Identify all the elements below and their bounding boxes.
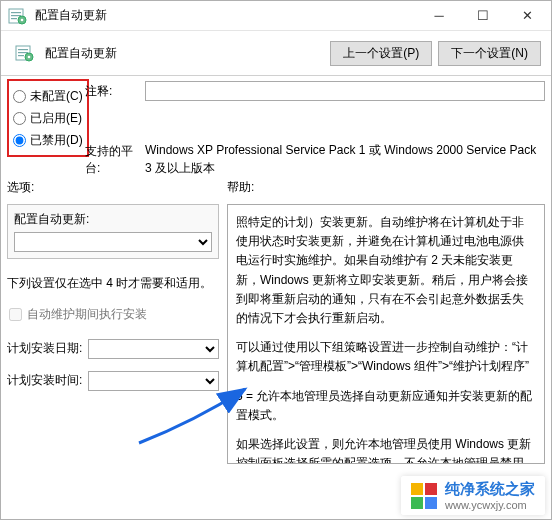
help-textbox[interactable]: 照特定的计划）安装更新。自动维护将在计算机处于非使用状态时安装更新，并避免在计算… <box>227 204 545 464</box>
radio-group: 未配置(C) 已启用(E) 已禁用(D) <box>7 79 89 157</box>
checkbox-label: 自动维护期间执行安装 <box>27 306 147 323</box>
radio-disabled[interactable]: 已禁用(D) <box>13 129 83 151</box>
svg-rect-2 <box>11 15 21 16</box>
maximize-button[interactable]: ☐ <box>461 1 505 31</box>
divider <box>1 75 551 76</box>
next-setting-button[interactable]: 下一个设置(N) <box>438 41 541 66</box>
window-title: 配置自动更新 <box>29 7 417 24</box>
radio-label: 已禁用(D) <box>30 132 83 149</box>
platform-label: 支持的平台: <box>85 141 145 177</box>
watermark-url: www.ycwxjy.com <box>445 499 535 511</box>
minimize-button[interactable]: ─ <box>417 1 461 31</box>
settings-document-icon <box>7 5 29 27</box>
help-paragraph: 如果选择此设置，则允许本地管理员使用 Windows 更新控制面板选择所需的配置… <box>236 435 534 464</box>
radio-label: 已启用(E) <box>30 110 82 127</box>
radio-enabled-input[interactable] <box>13 112 26 125</box>
platform-text: Windows XP Professional Service Pack 1 或… <box>145 141 545 177</box>
mid-section: 选项: 配置自动更新: 下列设置仅在选中 4 时才需要和适用。 自动维护期间执行… <box>7 179 545 464</box>
form-area: 注释: 支持的平台: Windows XP Professional Servi… <box>85 81 545 183</box>
svg-rect-9 <box>18 55 24 56</box>
svg-rect-7 <box>18 49 28 50</box>
help-paragraph: 5 = 允许本地管理员选择自动更新应通知并安装更新的配置模式。 <box>236 387 534 425</box>
svg-point-11 <box>28 56 31 59</box>
help-column: 帮助: 照特定的计划）安装更新。自动维护将在计算机处于非使用状态时安装更新，并避… <box>227 179 545 464</box>
options-column: 选项: 配置自动更新: 下列设置仅在选中 4 时才需要和适用。 自动维护期间执行… <box>7 179 219 464</box>
titlebar: 配置自动更新 ─ ☐ ✕ <box>1 1 551 31</box>
watermark: 纯净系统之家 www.ycwxjy.com <box>401 476 545 515</box>
schedule-day-label: 计划安装日期: <box>7 340 82 357</box>
watermark-name: 纯净系统之家 <box>445 480 535 499</box>
options-label: 选项: <box>7 179 219 196</box>
subheader-label: 配置自动更新 <box>39 45 330 62</box>
previous-setting-button[interactable]: 上一个设置(P) <box>330 41 432 66</box>
schedule-time-dropdown[interactable] <box>88 371 219 391</box>
window: 配置自动更新 ─ ☐ ✕ 配置自动更新 上一个设置(P) 下一个设置(N) 未配… <box>0 0 552 520</box>
radio-enabled[interactable]: 已启用(E) <box>13 107 83 129</box>
svg-rect-3 <box>11 18 17 19</box>
help-label: 帮助: <box>227 179 545 196</box>
schedule-day-row: 计划安装日期: <box>7 339 219 359</box>
maintenance-checkbox-row[interactable]: 自动维护期间执行安装 <box>9 306 219 323</box>
radio-not-configured[interactable]: 未配置(C) <box>13 85 83 107</box>
radio-label: 未配置(C) <box>30 88 83 105</box>
close-button[interactable]: ✕ <box>505 1 549 31</box>
configure-dropdown[interactable] <box>14 232 212 252</box>
notes-input[interactable] <box>145 81 545 101</box>
group-title: 配置自动更新: <box>14 211 212 228</box>
subheader: 配置自动更新 上一个设置(P) 下一个设置(N) <box>1 31 551 75</box>
radio-not-configured-input[interactable] <box>13 90 26 103</box>
notes-label: 注释: <box>85 81 145 101</box>
svg-rect-8 <box>18 52 28 53</box>
schedule-time-label: 计划安装时间: <box>7 372 82 389</box>
configure-group: 配置自动更新: <box>7 204 219 259</box>
help-paragraph: 照特定的计划）安装更新。自动维护将在计算机处于非使用状态时安装更新，并避免在计算… <box>236 213 534 328</box>
maintenance-checkbox[interactable] <box>9 308 22 321</box>
help-paragraph: 可以通过使用以下组策略设置进一步控制自动维护：“计算机配置”>“管理模板”>“W… <box>236 338 534 376</box>
svg-rect-1 <box>11 12 21 13</box>
notes-row: 注释: <box>85 81 545 101</box>
schedule-day-dropdown[interactable] <box>88 339 219 359</box>
settings-document-icon <box>11 41 39 65</box>
schedule-time-row: 计划安装时间: <box>7 371 219 391</box>
svg-point-5 <box>21 18 24 21</box>
watermark-logo <box>411 483 437 509</box>
note-text: 下列设置仅在选中 4 时才需要和适用。 <box>7 275 219 292</box>
radio-disabled-input[interactable] <box>13 134 26 147</box>
platform-row: 支持的平台: Windows XP Professional Service P… <box>85 141 545 177</box>
